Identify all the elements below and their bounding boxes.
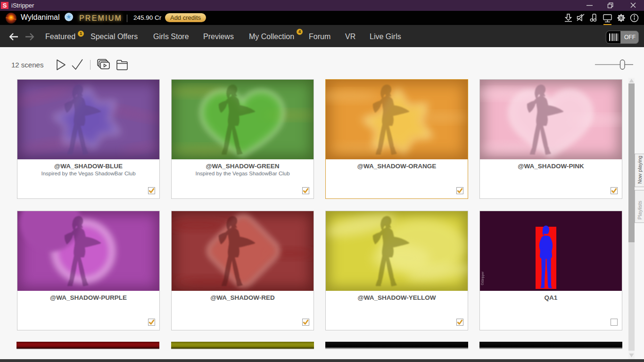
- svg-text:©iStripper: ©iStripper: [481, 271, 485, 285]
